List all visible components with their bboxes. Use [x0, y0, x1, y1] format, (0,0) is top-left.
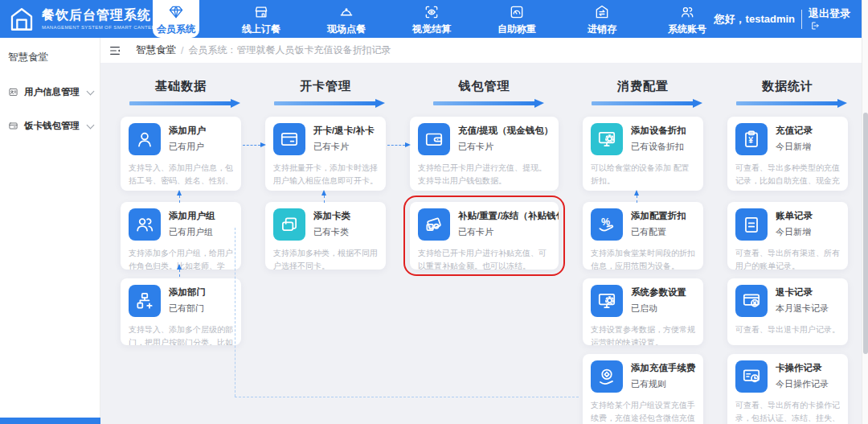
card-meta: 系统参数设置已启动	[631, 285, 686, 317]
card-icon-box	[418, 123, 450, 155]
card-clipboard-yen[interactable]: ¥充值记录今日新增可查看、导出多种类型的充值记录，比如自助充值、现金充值、...	[727, 117, 848, 191]
card-subtitle: 今日新增	[776, 141, 813, 153]
card-icon-box	[735, 360, 768, 393]
breadcrumb-root[interactable]: 智慧食堂	[136, 43, 176, 57]
user-info-icon	[8, 87, 18, 97]
card-head: 添加部门已有部门	[129, 285, 233, 317]
monitor-gear-icon	[596, 290, 617, 311]
card-description: 支持批量开卡，添加卡时选择用户输入相应信息即可开卡。支持姓...	[273, 162, 378, 187]
chevron-down-icon	[87, 121, 95, 129]
meal-card-icon	[8, 121, 18, 131]
card-card-clock[interactable]: 卡操作记录今日操作记录可查看、导出所有的卡操作记录，包括认证、冻结、挂失、作废等…	[727, 354, 848, 424]
card-head: ¥充值记录今日新增	[735, 123, 840, 155]
card-title: 添加用户组	[169, 210, 215, 222]
org-chart-icon	[134, 290, 155, 311]
nav-item-inventory[interactable]: 进销存	[559, 0, 645, 38]
card-credit-card[interactable]: 开卡/退卡/补卡已有卡片支持批量开卡，添加卡时选择用户输入相应信息即可开卡。支持…	[265, 117, 386, 191]
card-head: %添加配置折扣已有配置	[591, 208, 695, 241]
card-title: 退卡记录	[776, 286, 829, 298]
card-subtitle: 已有用户	[169, 141, 206, 153]
clipboard-lines-icon	[741, 214, 762, 235]
card-user-group[interactable]: 添加用户组已有用户组支持添加多个用户组，给用户作角色归类。比如老师、学生、经理.…	[121, 202, 241, 270]
nav-item-gem[interactable]: 会员系统	[153, 0, 199, 38]
card-head: 充值/提现（现金钱包）已有卡片	[418, 123, 551, 155]
horizontal-scrollbar-thumb[interactable]	[0, 418, 102, 424]
sidebar-item-label: 用户信息管理	[24, 86, 80, 98]
card-meta: 退卡记录本月退卡记录	[776, 285, 829, 317]
card-title: 系统参数设置	[631, 286, 686, 298]
card-head: 添加设备折扣已有设备折扣	[591, 123, 695, 155]
user-greeting: 您好，testadmin	[714, 12, 795, 27]
nav-item-label: 自助称重	[497, 23, 536, 36]
sidebar-item-meal-card[interactable]: 饭卡钱包管理	[0, 120, 100, 132]
card-title: 添加用户	[169, 125, 206, 137]
connector-arrow-up-cardtype	[324, 196, 325, 203]
vertical-scrollbar-track	[862, 0, 868, 424]
card-head: 系统参数设置已启动	[591, 285, 695, 317]
card-monitor-gear[interactable]: 系统参数设置已启动支持设置参考数据，方便常规运营时的快速设置。	[583, 278, 703, 345]
card-head: 退卡记录本月退卡记录	[735, 285, 840, 317]
card-device-gear[interactable]: 添加设备折扣已有设备折扣可以给食堂的设备添加 配置折扣。	[583, 117, 703, 191]
divider	[801, 10, 802, 29]
connector-line-horizontal	[235, 397, 579, 397]
vision-scan-icon	[424, 4, 440, 20]
card-subtitle: 已有部门	[169, 303, 206, 315]
subsidy-wallet-icon: 补	[424, 214, 444, 235]
header-arrow-underline	[433, 101, 536, 105]
card-subsidy-wallet[interactable]: 补补贴/重置/冻结（补贴钱包）已有卡片支持给已开卡用户进行补贴充值、可以重置补贴…	[410, 202, 559, 270]
sidebar-item-user-info[interactable]: 用户信息管理	[0, 86, 100, 98]
card-head: 添加用户已有用户	[129, 123, 233, 155]
card-meta: 添加卡类已有卡类	[313, 208, 350, 241]
nav-item-scale[interactable]: 自助称重	[474, 0, 559, 38]
inventory-icon	[594, 4, 610, 20]
card-subtitle: 已启动	[631, 303, 686, 315]
card-percent-hand[interactable]: %添加配置折扣已有配置支持添加食堂某时间段的折扣信息，应用范围为设备。	[583, 202, 703, 270]
card-description: 支持给已开卡用户进行充值、提现。支持导出用户钱包数据。	[418, 162, 551, 187]
card-description: 支持导入、添加用户信息，包括工号、密码、姓名、性别、电话，	[129, 162, 233, 187]
dish-icon	[338, 4, 354, 20]
card-icon-box	[591, 360, 623, 393]
card-icon-box	[735, 285, 768, 317]
card-coin-hand[interactable]: 添加充值手续费已有规则支持给某个用户组设置充值手续费，充值途径包含微信充值及现.…	[583, 354, 703, 424]
percent-hand-icon: %	[596, 214, 617, 235]
header-arrow-underline	[274, 101, 377, 105]
vertical-scrollbar-thumb[interactable]	[863, 113, 868, 354]
card-clipboard-lines[interactable]: 账单记录今日新增可查看、导出所有渠道、所有用户的账单记录。	[727, 202, 848, 270]
logout-button[interactable]: 退出登录	[809, 7, 850, 31]
card-subtitle: 已有卡类	[313, 226, 350, 238]
nav-item-dish[interactable]: 现场点餐	[304, 0, 389, 38]
card-meta: 添加充值手续费已有规则	[631, 360, 695, 393]
card-head: 开卡/退卡/补卡已有卡片	[273, 123, 378, 155]
card-description: 可查看、导出多种类型的充值记录，比如自助充值、现金充值、...	[735, 162, 840, 187]
breadcrumb-current: 会员系统：管理就餐人员饭卡充值设备折扣记录	[188, 43, 391, 57]
card-title: 充值/提现（现金钱包）	[458, 125, 551, 137]
card-org-chart[interactable]: 添加部门已有部门支持导入、添加多个层级的部门，把用户按部门分类。比如人事部...	[121, 278, 241, 345]
nav-item-label: 线上订餐	[242, 23, 280, 36]
nav-item-vision-scan[interactable]: 视觉结算	[389, 0, 474, 38]
card-title: 添加部门	[169, 286, 206, 298]
logout-label: 退出登录	[809, 7, 850, 19]
nav-item-label: 系统账号	[668, 23, 706, 36]
card-icon-box	[273, 123, 305, 155]
user-icon	[134, 129, 155, 150]
card-meta: 补贴/重置/冻结（补贴钱包）已有卡片	[458, 208, 551, 241]
accounts-icon	[679, 4, 695, 20]
header-arrow-underline	[736, 101, 839, 105]
card-subtitle: 已有配置	[631, 226, 686, 238]
card-icon-box	[591, 285, 623, 317]
nav-item-storefront[interactable]: 线上订餐	[219, 0, 304, 38]
card-user[interactable]: 添加用户已有用户支持导入、添加用户信息，包括工号、密码、姓名、性别、电话，	[121, 117, 241, 191]
card-wallet[interactable]: 充值/提现（现金钱包）已有卡片支持给已开卡用户进行充值、提现。支持导出用户钱包数…	[410, 117, 559, 191]
card-subtitle: 已有卡片	[458, 226, 551, 238]
card-head: 补补贴/重置/冻结（补贴钱包）已有卡片	[418, 208, 551, 241]
svg-text:补: 补	[428, 224, 433, 230]
card-card-stack[interactable]: 添加卡类已有卡类支持添加多种类，根据不同用户选择不同卡。	[265, 202, 386, 270]
collapse-sidebar-icon[interactable]	[108, 44, 121, 57]
column-header: 钱包管理	[410, 79, 559, 117]
card-subtitle: 今日操作记录	[776, 378, 829, 390]
card-card-cancel[interactable]: 退卡记录本月退卡记录可查看、导出退卡用户记录。	[727, 278, 848, 345]
card-title: 添加卡类	[313, 210, 350, 222]
card-description: 支持给已开卡用户进行补贴充值、可以重置补贴金额。也可以冻结。	[418, 247, 551, 270]
nav-item-label: 会员系统	[157, 23, 195, 36]
connector-arrow-user-to-card	[243, 145, 260, 146]
